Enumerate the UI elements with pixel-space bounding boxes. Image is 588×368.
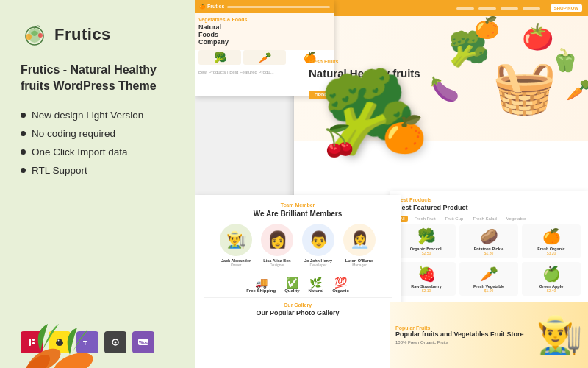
check-icon: ✅ [284, 277, 299, 289]
preview-team-bottom: Team Member We Are Brilliant Members 👨‍🌾… [195, 195, 401, 368]
left-panel: Frutics Frutics - Natural Healthy fruits… [0, 0, 195, 368]
logo-area: Frutics [21, 21, 177, 49]
tab-fruit-cup[interactable]: Fruit Cup [442, 216, 467, 222]
svg-rect-7 [32, 342, 35, 344]
product-price-2: $1.80 [462, 251, 515, 255]
truck-icon: 🚚 [246, 277, 276, 289]
cherry-decor: 🍒 [321, 124, 358, 158]
mailchimp-icon [49, 331, 71, 353]
products-grid: 🥦 Organic Broccoli $2.50 🥔 Potatoes Pick… [397, 224, 581, 296]
right-panel: 🍊 Frutics SHOP NOW Fresh Fruits Natural … [195, 0, 588, 368]
plugin-icons: T Woo [21, 331, 177, 353]
store-label: Popular Fruits [395, 325, 531, 330]
member-role-2: Designer [259, 263, 295, 267]
avatar-3: 👨 [302, 224, 334, 256]
svg-text:🍊: 🍊 [474, 16, 500, 40]
product-price-5: $1.90 [462, 289, 515, 293]
team-members: 👨‍🌾 Jack Alexander Owner 👩 Lisa Alisa Be… [204, 224, 392, 267]
avatar-1: 👨‍🌾 [220, 224, 252, 256]
preview-nav [456, 7, 540, 10]
gallery-title: Our Popular Photo Gallery [212, 309, 383, 316]
elementor-icon [21, 331, 43, 353]
product-card-3: 🍊 Fresh Organic $3.20 [522, 224, 581, 258]
feature-item-4: RTL Support [21, 165, 177, 176]
trx-icon: T [76, 331, 98, 353]
nav-bar-4 [523, 7, 540, 10]
nav-bar-2 [478, 7, 496, 10]
small-preview-header: 🍊 Frutics [195, 0, 334, 13]
product-card-6: 🍏 Green Apple $2.40 [522, 262, 581, 296]
product-img-4: 🍓 [400, 265, 453, 283]
stat-2: ✅ Quality [284, 277, 299, 293]
nav-bar-3 [501, 7, 518, 10]
preview-area: 🍊 Frutics SHOP NOW Fresh Fruits Natural … [195, 0, 588, 368]
store-text: Popular Fruits Popular fruits and Vegeta… [395, 325, 531, 345]
preview-site-header: 🍊 Frutics SHOP NOW [294, 0, 588, 16]
svg-text:🍅: 🍅 [522, 21, 554, 52]
bullet-icon [21, 131, 26, 136]
product-tabs: All Fresh Fruit Fruit Cup Fresh Salad Ve… [397, 216, 581, 222]
member-role-1: Owner [218, 263, 254, 267]
gallery-label: Our Gallery [212, 302, 383, 308]
svg-rect-5 [29, 339, 31, 346]
svg-text:🫑: 🫑 [551, 47, 579, 74]
svg-text:🥕: 🥕 [566, 78, 588, 102]
feature-item-3: One Click Import data [21, 146, 177, 158]
svg-text:🧺: 🧺 [492, 57, 557, 118]
tab-fresh-fruit[interactable]: Fresh Fruit [412, 216, 439, 222]
product-card-4: 🍓 Raw Strawberry $2.10 [397, 262, 456, 296]
nav-bar-1 [456, 7, 474, 10]
product-price-4: $2.10 [400, 289, 453, 293]
stat-val-1: Free Shipping [246, 289, 276, 293]
team-member-4: 👩‍💼 Luton O'Burns Manager [341, 224, 378, 267]
member-role-3: Developer [300, 263, 337, 267]
gallery-section: Our Gallery Our Popular Photo Gallery [204, 297, 392, 321]
logo-icon [21, 21, 49, 49]
product-img-3: 🍊 [525, 227, 578, 245]
product-card-2: 🥔 Potatoes Pickle $1.80 [459, 224, 518, 258]
feature-item-2: No coding required [21, 128, 177, 139]
avatar-4: 👩‍💼 [343, 224, 376, 256]
wd-icon [104, 331, 126, 353]
product-price-3: $3.20 [525, 251, 578, 255]
brand-name: Frutics [54, 25, 111, 44]
team-title: We Are Brilliant Members [204, 210, 392, 218]
features-list: New design Light Version No coding requi… [21, 110, 177, 176]
product-price-1: $2.50 [400, 251, 453, 255]
team-member-3: 👨 Jo John Henry Developer [300, 224, 337, 267]
products-label: Best Products [397, 197, 581, 202]
svg-point-16 [115, 342, 117, 344]
stats-row: 🚚 Free Shipping ✅ Quality 🌿 Natural 💯 Or… [204, 272, 392, 297]
orange-decor: 🍊 [382, 114, 426, 155]
product-img-6: 🍏 [525, 265, 578, 283]
product-img-1: 🥦 [400, 227, 453, 245]
products-section: Best Products Best Featured Product All … [390, 191, 588, 306]
stat-val-4: Organic [332, 289, 349, 293]
store-title: Popular fruits and Vegetables Fruit Stor… [395, 330, 531, 339]
tab-vegetable[interactable]: Vegetable [503, 216, 529, 222]
tab-fresh-salad[interactable]: Fresh Salad [470, 216, 499, 222]
brand-tagline: Frutics - Natural Healthy fruits WordPre… [21, 62, 177, 93]
team-label: Team Member [204, 202, 392, 208]
product-card-1: 🥦 Organic Broccoli $2.50 [397, 224, 456, 258]
svg-point-2 [26, 34, 32, 40]
svg-text:T: T [83, 339, 87, 347]
bullet-icon [21, 113, 26, 118]
member-role-4: Manager [341, 263, 378, 267]
svg-point-3 [38, 33, 43, 38]
stat-val-2: Quality [284, 289, 299, 293]
product-img-2: 🥔 [462, 227, 515, 245]
stat-4: 💯 Organic [332, 277, 349, 293]
team-member-2: 👩 Lisa Alisa Ben Designer [259, 224, 295, 267]
stat-3: 🌿 Natural [309, 277, 324, 293]
store-image: 👨‍🌾 [537, 316, 582, 353]
stat-1: 🚚 Free Shipping [246, 277, 276, 293]
store-sub: 100% Fresh Organic Fruits [395, 340, 531, 344]
team-member-1: 👨‍🌾 Jack Alexander Owner [218, 224, 254, 267]
preview-header-btn: SHOP NOW [551, 4, 582, 12]
store-banner: Popular Fruits Popular fruits and Vegeta… [390, 302, 588, 368]
stat-val-3: Natural [309, 289, 324, 293]
team-section: Team Member We Are Brilliant Members 👨‍🌾… [195, 195, 401, 328]
woocommerce-icon: Woo [132, 331, 154, 353]
svg-point-11 [58, 340, 60, 342]
